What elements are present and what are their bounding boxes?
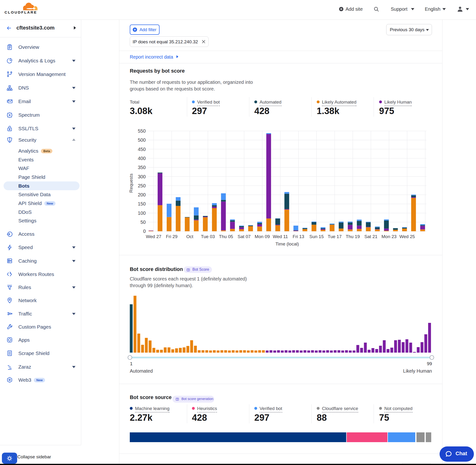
svg-text:200: 200 [138, 192, 146, 197]
svg-text:Requests: Requests [128, 174, 134, 193]
svg-text:Fri 13: Fri 13 [293, 234, 304, 239]
svg-text:Oct: Oct [186, 234, 193, 239]
svg-text:Tue 03: Tue 03 [201, 234, 215, 239]
svg-text:Sat 21: Sat 21 [364, 234, 377, 239]
svg-text:Mon 09: Mon 09 [255, 234, 270, 239]
svg-text:100: 100 [138, 211, 146, 216]
svg-text:Wed 27: Wed 27 [146, 234, 161, 239]
svg-text:Time (local): Time (local) [275, 242, 299, 246]
svg-text:250: 250 [138, 183, 146, 188]
svg-text:Wed 25: Wed 25 [399, 234, 415, 239]
svg-text:0: 0 [143, 229, 146, 234]
svg-text:550: 550 [138, 128, 146, 134]
svg-text:300: 300 [138, 174, 146, 179]
svg-text:Thu 05: Thu 05 [219, 234, 233, 239]
svg-text:50: 50 [140, 220, 146, 225]
svg-text:Thu 19: Thu 19 [346, 234, 360, 239]
svg-text:Mon 23: Mon 23 [381, 234, 396, 239]
svg-text:Tue 17: Tue 17 [328, 234, 341, 239]
svg-text:150: 150 [138, 201, 146, 206]
svg-text:400: 400 [138, 156, 146, 161]
svg-text:450: 450 [138, 147, 146, 152]
svg-text:Fri 29: Fri 29 [166, 234, 178, 239]
svg-text:350: 350 [138, 165, 146, 170]
svg-text:Wed 11: Wed 11 [273, 234, 288, 239]
svg-text:Sun 15: Sun 15 [309, 234, 324, 239]
svg-text:500: 500 [138, 137, 146, 143]
svg-text:Sat 07: Sat 07 [238, 234, 251, 239]
